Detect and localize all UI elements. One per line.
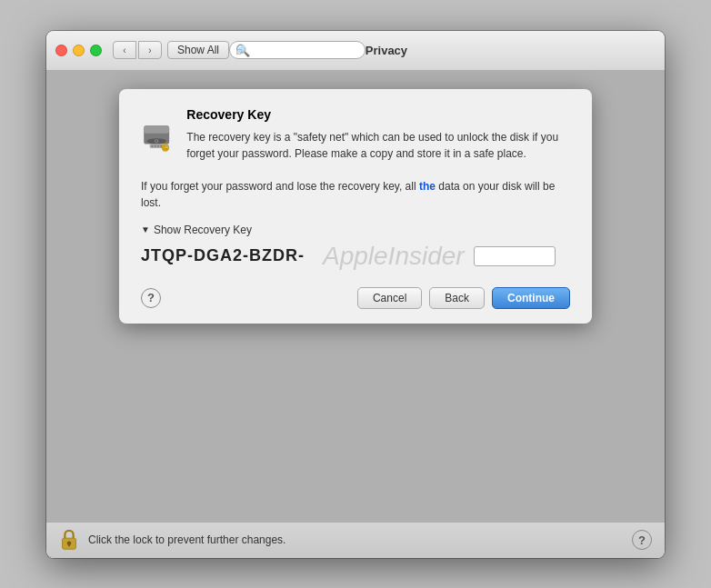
svg-rect-14 [152, 145, 154, 146]
recovery-key-display: JTQP-DGA2-BZDR- AppleInsider [141, 242, 570, 271]
svg-point-12 [155, 140, 157, 142]
traffic-lights [55, 45, 102, 56]
svg-text:🔒: 🔒 [164, 145, 170, 151]
show-all-button[interactable]: Show All [167, 41, 229, 59]
main-window: ‹ › Show All Security & Privacy 🔍 [46, 31, 665, 558]
lock-text: Click the lock to prevent further change… [88, 533, 285, 546]
close-button[interactable] [55, 45, 67, 56]
warning-text: If you forget your password and lose the… [141, 178, 570, 211]
minimize-button[interactable] [73, 45, 85, 56]
maximize-button[interactable] [90, 45, 102, 56]
dialog-header: 🔒 Recovery Key The recovery key is a "sa… [141, 107, 570, 165]
back-button[interactable]: ‹ [113, 41, 136, 59]
svg-rect-22 [68, 543, 70, 547]
lock-icon[interactable] [59, 528, 79, 552]
svg-rect-15 [155, 145, 156, 146]
dialog-title: Recovery Key [186, 107, 570, 122]
dialog-overlay: 🔒 Recovery Key The recovery key is a "sa… [46, 71, 665, 522]
dialog-body-text: The recovery key is a "safety net" which… [186, 129, 570, 162]
watermark-text: AppleInsider [323, 242, 465, 271]
continue-button[interactable]: Continue [492, 287, 570, 309]
show-recovery-key-toggle[interactable]: ▼ Show Recovery Key [141, 224, 570, 236]
toggle-triangle-icon: ▼ [141, 224, 150, 234]
footer-buttons: Cancel Back Continue [357, 287, 570, 309]
bottom-bar: Click the lock to prevent further change… [46, 522, 665, 558]
back-button-dialog[interactable]: Back [429, 287, 485, 309]
dialog-text-area: Recovery Key The recovery key is a "safe… [186, 107, 570, 162]
search-icon: 🔍 [235, 44, 250, 57]
recovery-key-section: ▼ Show Recovery Key JTQP-DGA2-BZDR- Appl… [141, 224, 570, 271]
recovery-key-field[interactable] [474, 246, 556, 266]
nav-buttons: ‹ › [113, 41, 162, 59]
dialog-help-button[interactable]: ? [141, 288, 161, 308]
warning-blue: the [416, 180, 436, 193]
show-recovery-key-label: Show Recovery Key [154, 224, 252, 236]
main-content: 🔒 Recovery Key The recovery key is a "sa… [46, 71, 665, 522]
bottom-help-button[interactable]: ? [632, 530, 652, 550]
forward-button[interactable]: › [138, 41, 162, 59]
dialog: 🔒 Recovery Key The recovery key is a "sa… [119, 89, 592, 324]
dialog-footer: ? Cancel Back Continue [141, 287, 570, 309]
svg-rect-16 [157, 145, 159, 146]
title-bar: ‹ › Show All Security & Privacy 🔍 [46, 31, 665, 71]
search-wrapper: 🔍 [229, 41, 366, 59]
warning-prefix: If you forget your password and lose the… [141, 180, 416, 193]
hard-drive-icon: 🔒 [141, 107, 172, 165]
recovery-key-value: JTQP-DGA2-BZDR- [141, 246, 305, 265]
cancel-button[interactable]: Cancel [357, 287, 422, 309]
svg-rect-9 [144, 125, 169, 134]
